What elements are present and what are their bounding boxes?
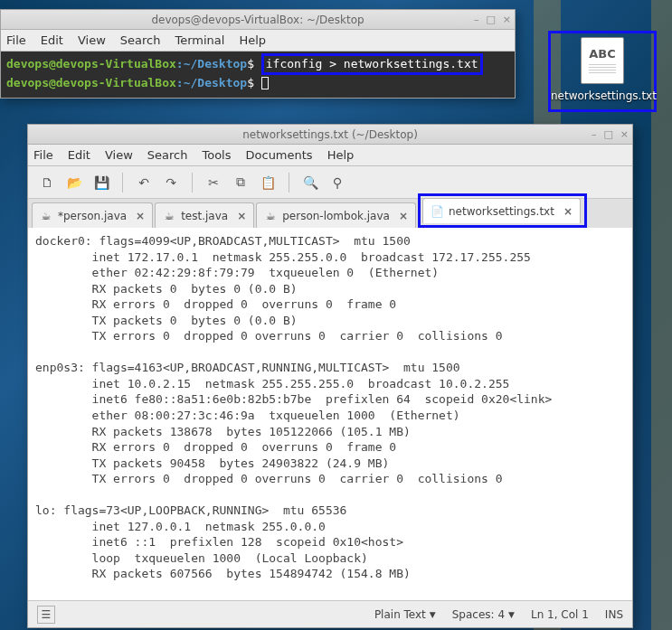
terminal-body[interactable]: devops@devops-VirtualBox:~/Desktop$ ifco… <box>1 52 515 98</box>
prompt-path: ~/Desktop <box>184 57 247 71</box>
java-icon: ☕ <box>40 210 52 222</box>
window-controls: – □ × <box>474 14 511 25</box>
terminal-line: devops@devops-VirtualBox:~/Desktop$ ifco… <box>6 53 509 75</box>
menu-file[interactable]: File <box>33 148 53 162</box>
save-file-icon[interactable]: 💾 <box>91 173 111 193</box>
text-file-icon: ABC <box>581 37 624 84</box>
prompt-sep: : <box>176 76 184 89</box>
terminal-line: devops@devops-VirtualBox:~/Desktop$ <box>6 75 509 91</box>
chevron-down-icon: ▼ <box>430 610 436 619</box>
side-panel-toggle-icon[interactable]: ☰ <box>37 606 55 624</box>
editor-titlebar[interactable]: networksettings.txt (~/Desktop) – □ × <box>28 125 632 145</box>
tab-networksettings-txt[interactable]: 📄 networksettings.txt × <box>422 198 581 223</box>
close-button[interactable]: × <box>503 14 511 25</box>
redo-icon[interactable]: ↷ <box>161 173 181 193</box>
editor-window: networksettings.txt (~/Desktop) – □ × Fi… <box>27 124 633 628</box>
prompt-dollar: $ <box>247 76 254 89</box>
editor-statusbar: ☰ Plain Text ▼ Spaces: 4 ▼ Ln 1, Col 1 I… <box>28 600 632 627</box>
terminal-menubar: File Edit View Search Terminal Help <box>1 30 515 52</box>
paste-icon[interactable]: 📋 <box>258 173 278 193</box>
prompt-sep: : <box>176 57 184 71</box>
desktop-file-label: networksettings.txt <box>551 89 654 102</box>
replace-icon[interactable]: ⚲ <box>327 173 347 193</box>
undo-icon[interactable]: ↶ <box>134 173 154 193</box>
menu-terminal[interactable]: Terminal <box>175 33 224 47</box>
menu-view[interactable]: View <box>105 148 133 162</box>
menu-edit[interactable]: Edit <box>68 148 90 162</box>
java-icon: ☕ <box>264 210 277 222</box>
new-file-icon[interactable]: 🗋 <box>37 173 57 193</box>
desktop-file-networksettings[interactable]: ABC networksettings.txt <box>548 31 657 112</box>
tab-label: networksettings.txt <box>449 205 554 218</box>
status-insert-mode[interactable]: INS <box>605 608 623 621</box>
minimize-button[interactable]: – <box>474 14 479 25</box>
terminal-window: devops@devops-VirtualBox: ~/Desktop – □ … <box>0 9 516 99</box>
editor-tab-bar: ☕ *person.java × ☕ test.java × ☕ person-… <box>28 199 632 228</box>
menu-search[interactable]: Search <box>120 33 161 47</box>
prompt-dollar: $ <box>247 57 254 71</box>
highlighted-command: ifconfig > networksettings.txt <box>261 53 483 75</box>
prompt-user: devops@devops-VirtualBox <box>6 57 176 71</box>
close-button[interactable]: × <box>620 128 629 140</box>
chevron-down-icon: ▼ <box>508 610 515 619</box>
menu-view[interactable]: View <box>78 33 106 47</box>
window-controls: – □ × <box>592 128 629 140</box>
terminal-title: devops@devops-VirtualBox: ~/Desktop <box>151 14 364 26</box>
tab-close-icon[interactable]: × <box>136 210 145 222</box>
java-icon: ☕ <box>163 210 175 222</box>
cut-icon[interactable]: ✂ <box>203 173 223 193</box>
tab-close-icon[interactable]: × <box>563 205 573 218</box>
tab-test-java[interactable]: ☕ test.java × <box>155 202 254 228</box>
menu-search[interactable]: Search <box>147 148 188 162</box>
status-cursor-position: Ln 1, Col 1 <box>531 608 589 621</box>
text-file-icon: 📄 <box>431 205 443 218</box>
menu-documents[interactable]: Documents <box>246 148 313 162</box>
prompt-path: ~/Desktop <box>184 76 247 89</box>
editor-title: networksettings.txt (~/Desktop) <box>242 128 418 141</box>
editor-content[interactable]: docker0: flags=4099<UP,BROADCAST,MULTICA… <box>28 228 632 600</box>
tab-label: person-lombok.java <box>282 210 390 222</box>
highlighted-active-tab: 📄 networksettings.txt × <box>418 193 587 228</box>
terminal-command: ifconfig > networksettings.txt <box>266 57 478 71</box>
open-file-icon[interactable]: 📂 <box>64 173 84 193</box>
menu-edit[interactable]: Edit <box>41 33 63 47</box>
tab-close-icon[interactable]: × <box>399 210 408 222</box>
minimize-button[interactable]: – <box>592 128 597 140</box>
tab-label: *person.java <box>58 210 127 222</box>
file-icon-preview-lines <box>589 64 616 75</box>
toolbar-separator <box>289 173 289 193</box>
toolbar-separator <box>192 173 193 193</box>
status-language[interactable]: Plain Text ▼ <box>374 608 436 621</box>
terminal-titlebar[interactable]: devops@devops-VirtualBox: ~/Desktop – □ … <box>1 10 515 30</box>
prompt-user: devops@devops-VirtualBox <box>6 76 176 89</box>
tab-person-lombok-java[interactable]: ☕ person-lombok.java × <box>256 202 416 228</box>
copy-icon[interactable]: ⧉ <box>231 173 251 193</box>
maximize-button[interactable]: □ <box>603 128 612 140</box>
toolbar-separator <box>122 173 123 193</box>
terminal-cursor <box>261 77 269 89</box>
search-icon[interactable]: 🔍 <box>300 173 320 193</box>
tab-close-icon[interactable]: × <box>237 210 246 222</box>
menu-tools[interactable]: Tools <box>202 148 231 162</box>
file-icon-text: ABC <box>589 47 616 61</box>
menu-help[interactable]: Help <box>239 33 266 47</box>
editor-menubar: File Edit View Search Tools Documents He… <box>28 145 632 166</box>
menu-file[interactable]: File <box>6 33 26 47</box>
tab-person-java[interactable]: ☕ *person.java × <box>32 202 153 228</box>
menu-help[interactable]: Help <box>327 148 355 162</box>
maximize-button[interactable]: □ <box>486 14 495 25</box>
tab-label: test.java <box>181 210 228 222</box>
status-indent[interactable]: Spaces: 4 ▼ <box>452 608 515 621</box>
